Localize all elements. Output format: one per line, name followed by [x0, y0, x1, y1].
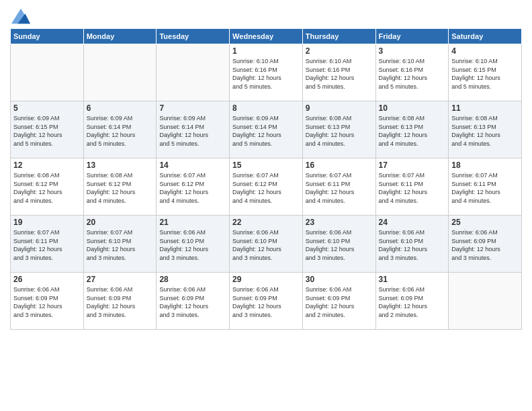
day-info: Sunrise: 6:06 AM Sunset: 6:10 PM Dayligh… — [232, 228, 300, 262]
calendar-cell: 4Sunrise: 6:10 AM Sunset: 6:15 PM Daylig… — [449, 44, 522, 101]
calendar-cell: 23Sunrise: 6:06 AM Sunset: 6:10 PM Dayli… — [302, 216, 375, 273]
page: SundayMondayTuesdayWednesdayThursdayFrid… — [0, 0, 532, 411]
day-info: Sunrise: 6:08 AM Sunset: 6:12 PM Dayligh… — [87, 171, 154, 205]
calendar-cell: 8Sunrise: 6:09 AM Sunset: 6:14 PM Daylig… — [230, 101, 303, 158]
day-info: Sunrise: 6:09 AM Sunset: 6:15 PM Dayligh… — [13, 114, 81, 148]
day-info: Sunrise: 6:10 AM Sunset: 6:16 PM Dayligh… — [306, 57, 373, 91]
calendar-week-row: 1Sunrise: 6:10 AM Sunset: 6:16 PM Daylig… — [11, 44, 522, 101]
day-number: 17 — [379, 161, 446, 170]
day-number: 27 — [87, 275, 154, 284]
day-number: 4 — [451, 46, 519, 56]
day-number: 11 — [451, 103, 519, 113]
day-info: Sunrise: 6:09 AM Sunset: 6:14 PM Dayligh… — [159, 114, 226, 148]
calendar-cell: 15Sunrise: 6:07 AM Sunset: 6:12 PM Dayli… — [230, 158, 303, 216]
day-number: 9 — [306, 103, 373, 113]
day-number: 31 — [379, 275, 446, 284]
day-number: 12 — [13, 161, 81, 170]
day-info: Sunrise: 6:06 AM Sunset: 6:09 PM Dayligh… — [451, 228, 519, 262]
calendar-cell: 9Sunrise: 6:08 AM Sunset: 6:13 PM Daylig… — [302, 101, 375, 158]
calendar-week-row: 12Sunrise: 6:08 AM Sunset: 6:12 PM Dayli… — [11, 158, 522, 216]
day-info: Sunrise: 6:06 AM Sunset: 6:10 PM Dayligh… — [159, 228, 226, 262]
day-info: Sunrise: 6:10 AM Sunset: 6:15 PM Dayligh… — [451, 57, 519, 91]
calendar-cell: 31Sunrise: 6:06 AM Sunset: 6:09 PM Dayli… — [375, 273, 449, 330]
day-of-week-header: Tuesday — [157, 29, 230, 44]
calendar-cell: 16Sunrise: 6:07 AM Sunset: 6:11 PM Dayli… — [302, 158, 375, 216]
day-info: Sunrise: 6:07 AM Sunset: 6:12 PM Dayligh… — [232, 171, 300, 205]
calendar-cell: 11Sunrise: 6:08 AM Sunset: 6:13 PM Dayli… — [449, 101, 522, 158]
logo-icon — [11, 8, 30, 24]
day-info: Sunrise: 6:08 AM Sunset: 6:12 PM Dayligh… — [13, 171, 81, 205]
day-number: 10 — [379, 103, 446, 113]
day-number: 15 — [232, 161, 300, 170]
calendar-cell: 30Sunrise: 6:06 AM Sunset: 6:09 PM Dayli… — [302, 273, 375, 330]
day-info: Sunrise: 6:10 AM Sunset: 6:16 PM Dayligh… — [232, 57, 300, 91]
header — [10, 7, 522, 23]
day-number: 3 — [379, 46, 446, 56]
day-info: Sunrise: 6:08 AM Sunset: 6:13 PM Dayligh… — [379, 114, 446, 148]
calendar-cell: 24Sunrise: 6:06 AM Sunset: 6:10 PM Dayli… — [375, 216, 449, 273]
calendar-cell: 7Sunrise: 6:09 AM Sunset: 6:14 PM Daylig… — [157, 101, 230, 158]
day-number: 26 — [13, 275, 81, 284]
calendar-cell: 5Sunrise: 6:09 AM Sunset: 6:15 PM Daylig… — [11, 101, 84, 158]
day-info: Sunrise: 6:07 AM Sunset: 6:11 PM Dayligh… — [13, 228, 81, 262]
calendar-cell: 19Sunrise: 6:07 AM Sunset: 6:11 PM Dayli… — [11, 216, 84, 273]
calendar-cell: 2Sunrise: 6:10 AM Sunset: 6:16 PM Daylig… — [302, 44, 375, 101]
day-info: Sunrise: 6:10 AM Sunset: 6:16 PM Dayligh… — [379, 57, 446, 91]
day-number: 6 — [87, 103, 154, 113]
calendar-cell — [157, 44, 230, 101]
day-number: 18 — [451, 161, 519, 170]
day-number: 1 — [232, 46, 300, 56]
day-number: 25 — [451, 218, 519, 227]
day-of-week-header: Sunday — [11, 29, 84, 44]
day-number: 29 — [232, 275, 300, 284]
calendar-cell: 28Sunrise: 6:06 AM Sunset: 6:09 PM Dayli… — [157, 273, 230, 330]
day-info: Sunrise: 6:09 AM Sunset: 6:14 PM Dayligh… — [87, 114, 154, 148]
calendar-cell — [449, 273, 522, 330]
day-info: Sunrise: 6:07 AM Sunset: 6:11 PM Dayligh… — [451, 171, 519, 205]
day-info: Sunrise: 6:07 AM Sunset: 6:10 PM Dayligh… — [87, 228, 154, 262]
day-of-week-header: Monday — [83, 29, 157, 44]
day-number: 23 — [306, 218, 373, 227]
calendar-cell: 20Sunrise: 6:07 AM Sunset: 6:10 PM Dayli… — [83, 216, 157, 273]
day-info: Sunrise: 6:07 AM Sunset: 6:11 PM Dayligh… — [306, 171, 373, 205]
calendar-cell: 12Sunrise: 6:08 AM Sunset: 6:12 PM Dayli… — [11, 158, 84, 216]
calendar-cell — [11, 44, 84, 101]
day-number: 19 — [13, 218, 81, 227]
day-of-week-header: Thursday — [302, 29, 375, 44]
logo — [10, 9, 30, 23]
day-number: 24 — [379, 218, 446, 227]
calendar-cell: 1Sunrise: 6:10 AM Sunset: 6:16 PM Daylig… — [230, 44, 303, 101]
day-number: 13 — [87, 161, 154, 170]
calendar-cell: 17Sunrise: 6:07 AM Sunset: 6:11 PM Dayli… — [375, 158, 449, 216]
calendar-cell: 14Sunrise: 6:07 AM Sunset: 6:12 PM Dayli… — [157, 158, 230, 216]
day-info: Sunrise: 6:06 AM Sunset: 6:10 PM Dayligh… — [379, 228, 446, 262]
day-info: Sunrise: 6:07 AM Sunset: 6:11 PM Dayligh… — [379, 171, 446, 205]
day-info: Sunrise: 6:08 AM Sunset: 6:13 PM Dayligh… — [451, 114, 519, 148]
day-number: 5 — [13, 103, 81, 113]
day-number: 14 — [159, 161, 226, 170]
day-number: 20 — [87, 218, 154, 227]
day-info: Sunrise: 6:06 AM Sunset: 6:09 PM Dayligh… — [306, 285, 373, 319]
calendar-week-row: 26Sunrise: 6:06 AM Sunset: 6:09 PM Dayli… — [11, 273, 522, 330]
day-number: 22 — [232, 218, 300, 227]
calendar-week-row: 19Sunrise: 6:07 AM Sunset: 6:11 PM Dayli… — [11, 216, 522, 273]
day-number: 21 — [159, 218, 226, 227]
day-info: Sunrise: 6:06 AM Sunset: 6:09 PM Dayligh… — [379, 285, 446, 319]
day-info: Sunrise: 6:07 AM Sunset: 6:12 PM Dayligh… — [159, 171, 226, 205]
day-info: Sunrise: 6:06 AM Sunset: 6:09 PM Dayligh… — [87, 285, 154, 319]
day-number: 7 — [159, 103, 226, 113]
day-info: Sunrise: 6:08 AM Sunset: 6:13 PM Dayligh… — [306, 114, 373, 148]
day-number: 28 — [159, 275, 226, 284]
calendar-cell: 25Sunrise: 6:06 AM Sunset: 6:09 PM Dayli… — [449, 216, 522, 273]
calendar-cell: 27Sunrise: 6:06 AM Sunset: 6:09 PM Dayli… — [83, 273, 157, 330]
day-number: 8 — [232, 103, 300, 113]
day-number: 16 — [306, 161, 373, 170]
day-info: Sunrise: 6:06 AM Sunset: 6:09 PM Dayligh… — [159, 285, 226, 319]
day-of-week-header: Saturday — [449, 29, 522, 44]
calendar-cell: 3Sunrise: 6:10 AM Sunset: 6:16 PM Daylig… — [375, 44, 449, 101]
calendar-cell: 22Sunrise: 6:06 AM Sunset: 6:10 PM Dayli… — [230, 216, 303, 273]
day-number: 2 — [306, 46, 373, 56]
calendar-cell: 18Sunrise: 6:07 AM Sunset: 6:11 PM Dayli… — [449, 158, 522, 216]
day-info: Sunrise: 6:06 AM Sunset: 6:09 PM Dayligh… — [13, 285, 81, 319]
calendar-cell: 10Sunrise: 6:08 AM Sunset: 6:13 PM Dayli… — [375, 101, 449, 158]
